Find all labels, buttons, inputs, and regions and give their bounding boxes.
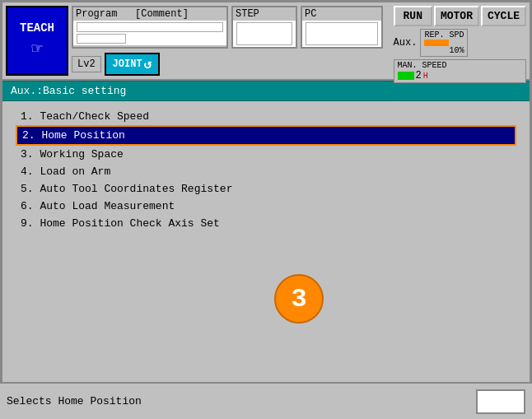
aux-rep-row: Aux. REP. SPD 10%	[394, 29, 526, 57]
pc-field: PC	[301, 6, 383, 49]
joint-arrow-icon: ↺	[144, 56, 152, 72]
menu-item-9[interactable]: 9. Home Position Check Axis Set	[16, 215, 516, 232]
menu-item-2[interactable]: 2. Home Position	[16, 125, 516, 146]
hand-icon: ☞	[31, 38, 42, 60]
step-value[interactable]	[233, 21, 296, 47]
teach-label: TEACH	[20, 21, 54, 35]
step-indicator: 3	[274, 274, 324, 324]
step-label: STEP	[233, 7, 296, 21]
top-toolbar: TEACH ☞ Program [Comment]	[2, 2, 530, 81]
run-button[interactable]: RUN	[394, 6, 432, 26]
menu-item-6[interactable]: 6. Auto Load Measurement	[16, 198, 516, 215]
man-spd-value: 2	[416, 70, 422, 81]
man-spd-unit: H	[423, 72, 428, 81]
middle-section: Program [Comment] STEP	[72, 6, 390, 76]
menu-item-4[interactable]: 4. Load on Arm	[16, 163, 516, 180]
bottom-bar: Selects Home Position	[0, 382, 532, 419]
menu-item-5[interactable]: 5. Auto Tool Coordinates Register	[16, 180, 516, 198]
menu-item-1[interactable]: 1. Teach/Check Speed	[16, 108, 516, 125]
step-field: STEP	[231, 6, 297, 49]
status-text: Selects Home Position	[7, 395, 469, 407]
rep-spd-bar	[424, 40, 449, 46]
program-value[interactable]	[73, 21, 226, 45]
run-motor-cycle-row: RUN MOTOR CYCLE	[394, 6, 526, 26]
lv2-label: Lv2	[72, 56, 101, 72]
man-speed-row: MAN. SPEED 2 H	[394, 59, 526, 83]
status-input[interactable]	[476, 389, 525, 414]
cycle-button[interactable]: CYCLE	[481, 6, 526, 26]
rep-speed-box: REP. SPD 10%	[420, 29, 468, 57]
right-panel: RUN MOTOR CYCLE Aux. REP. SPD 10% MAN. S…	[394, 6, 526, 76]
rep-spd-value: 10%	[424, 46, 464, 55]
man-spd-label: MAN. SPEED	[398, 61, 522, 70]
program-label: Program [Comment]	[73, 7, 226, 21]
lv2-bar: Lv2 JOINT ↺	[72, 51, 390, 77]
man-spd-bar	[398, 72, 414, 80]
pc-label: PC	[302, 7, 381, 21]
menu-item-3[interactable]: 3. Working Space	[16, 146, 516, 163]
rep-spd-label: REP. SPD	[424, 30, 464, 40]
man-speed-box: MAN. SPEED 2 H	[394, 59, 526, 83]
motor-button[interactable]: MOTOR	[434, 6, 479, 26]
program-row: Program [Comment] STEP	[72, 6, 390, 49]
section-title: Aux.:Basic setting	[2, 81, 530, 101]
pc-value[interactable]	[302, 21, 381, 47]
teach-button[interactable]: TEACH ☞	[6, 6, 68, 76]
joint-button[interactable]: JOINT ↺	[105, 53, 161, 76]
man-spd-bar-row: 2 H	[398, 70, 522, 81]
main-content: 1. Teach/Check Speed2. Home Position3. W…	[2, 101, 530, 365]
program-field: Program [Comment]	[72, 6, 228, 49]
aux-label: Aux.	[394, 37, 418, 49]
menu-list: 1. Teach/Check Speed2. Home Position3. W…	[2, 101, 530, 239]
